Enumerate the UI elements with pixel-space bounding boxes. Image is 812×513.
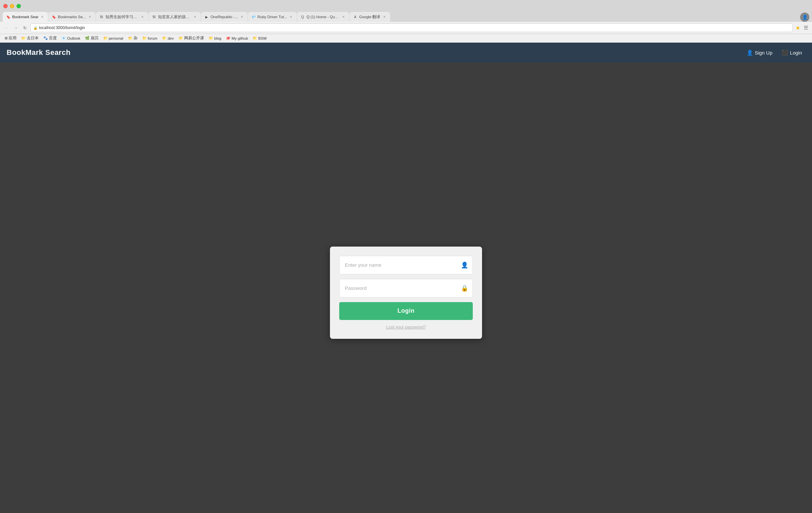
bookmark-item[interactable]: 📁personal: [101, 35, 125, 41]
lock-icon: 🔒: [33, 26, 37, 30]
bookmark-item[interactable]: 📧Outlook: [59, 35, 82, 41]
bookmark-label: personal: [109, 36, 123, 40]
tab-favicon: Q: [300, 14, 305, 19]
tab-title: Bookmarks Se...: [58, 15, 86, 19]
bookmark-label: BSM: [258, 36, 266, 40]
tab-favicon: 🔖: [6, 14, 10, 19]
bookmark-favicon: 📁: [209, 36, 213, 40]
username-input[interactable]: [339, 256, 473, 274]
bookmark-label: 应用: [8, 36, 17, 41]
browser-tab-tab1[interactable]: 🔖 Bookmark Sear ✕: [3, 12, 48, 22]
tab-title: Ruby Driver Tut...: [258, 15, 287, 19]
login-submit-button[interactable]: Login: [339, 302, 473, 320]
page-content: 👤 🔒 Login Lost your password?: [0, 62, 812, 513]
bookmark-item[interactable]: 📁dev: [160, 35, 176, 41]
title-bar: [0, 0, 812, 12]
bookmark-item[interactable]: 📁blog: [207, 35, 224, 41]
browser-tab-tab5[interactable]: ▶ OneRepublic -... ✕: [201, 12, 248, 22]
tab-close-button[interactable]: ✕: [240, 14, 244, 19]
bookmark-label: My github: [231, 36, 248, 40]
browser-tab-tab8[interactable]: A Google 翻译 ✕: [349, 12, 390, 22]
bookmark-item[interactable]: 📁BSM: [251, 35, 268, 41]
browser-tab-tab2[interactable]: 🔖 Bookmarks Se... ✕: [48, 12, 95, 22]
address-bar: ← → ↻ 🔒 localhost:3000/bsm#/login ★ ☰: [0, 22, 812, 34]
signup-label: Sign Up: [755, 50, 772, 56]
browser-tab-tab4[interactable]: 知 知贫富人家的孩子... ✕: [148, 12, 201, 22]
login-nav-label: Login: [790, 50, 802, 56]
url-bar[interactable]: 🔒 localhost:3000/bsm#/login: [30, 24, 793, 32]
browser-tab-tab7[interactable]: Q Q (1) Home - Quo... ✕: [297, 12, 349, 22]
login-nav-icon: ⬛: [782, 50, 788, 56]
tab-close-button[interactable]: ✕: [382, 14, 387, 19]
bookmark-favicon: 📁: [103, 36, 108, 40]
bookmark-label: dev: [168, 36, 174, 40]
bookmark-favicon: 📧: [61, 36, 66, 40]
maximize-button[interactable]: [17, 4, 21, 8]
bookmark-star-icon[interactable]: ★: [795, 25, 800, 31]
bookmark-label: blog: [214, 36, 222, 40]
bookmark-item[interactable]: 📁forum: [140, 35, 160, 41]
tab-title: OneRepublic -...: [211, 15, 238, 19]
bookmark-label: Outlook: [67, 36, 80, 40]
close-button[interactable]: [3, 4, 8, 8]
tab-close-button[interactable]: ✕: [289, 14, 293, 19]
bookmark-favicon: 📁: [162, 36, 167, 40]
login-button-label: Login: [398, 307, 414, 314]
bookmark-item[interactable]: 📁杂: [126, 35, 140, 41]
signup-icon: 👤: [747, 50, 753, 56]
lock-field-icon: 🔒: [461, 284, 468, 292]
bookmark-favicon: 📁: [253, 36, 257, 40]
profile-avatar[interactable]: 👤: [800, 12, 809, 22]
minimize-button[interactable]: [10, 4, 14, 8]
tab-favicon: 🔖: [52, 14, 56, 19]
bookmark-favicon: 📁: [128, 36, 133, 40]
signup-button[interactable]: 👤 Sign Up: [743, 48, 776, 58]
bookmark-item[interactable]: 🐙My github: [224, 35, 250, 41]
bookmark-favicon: 📁: [178, 36, 183, 40]
browser-tab-tab3[interactable]: 知 知男生如何学习服... ✕: [96, 12, 148, 22]
bookmark-item[interactable]: 📁网易公开课: [177, 35, 206, 41]
bookmark-label: 去日本: [27, 36, 39, 41]
bookmark-item[interactable]: 🐾百度: [41, 35, 59, 41]
password-input[interactable]: [339, 279, 473, 298]
tab-favicon: 💎: [251, 14, 256, 19]
bookmark-label: 杂: [134, 36, 138, 41]
tabs-bar: 🔖 Bookmark Sear ✕ 🔖 Bookmarks Se... ✕ 知 …: [0, 12, 812, 22]
bookmark-item[interactable]: 🌿扇贝: [83, 35, 100, 41]
tab-close-button[interactable]: ✕: [193, 14, 197, 19]
browser-tab-tab6[interactable]: 💎 Ruby Driver Tut... ✕: [248, 12, 296, 22]
tab-title: Google 翻译: [359, 14, 380, 20]
app-header: BookMark Search 👤 Sign Up ⬛ Login: [0, 43, 812, 62]
reload-button[interactable]: ↻: [21, 24, 28, 31]
back-button[interactable]: ←: [3, 24, 10, 31]
browser-menu-button[interactable]: ☰: [802, 24, 809, 31]
forgot-password-link[interactable]: Lost your password?: [339, 325, 473, 330]
browser-chrome: 🔖 Bookmark Sear ✕ 🔖 Bookmarks Se... ✕ 知 …: [0, 0, 812, 43]
bookmark-item[interactable]: 📁去日本: [19, 35, 41, 41]
forward-button[interactable]: →: [12, 24, 19, 31]
tab-favicon: ▶: [204, 14, 209, 19]
forgot-password-label: Lost your password?: [386, 325, 426, 330]
tab-close-button[interactable]: ✕: [140, 14, 145, 19]
tab-close-button[interactable]: ✕: [341, 14, 346, 19]
tab-favicon: 知: [152, 14, 156, 19]
bookmark-label: 扇贝: [91, 36, 98, 41]
login-nav-button[interactable]: ⬛ Login: [778, 48, 805, 58]
app-logo: BookMark Search: [7, 48, 70, 57]
tab-title: Q (1) Home - Quo...: [307, 15, 340, 19]
password-field: 🔒: [339, 279, 473, 298]
traffic-lights: [3, 4, 21, 8]
bookmark-favicon: 🐾: [43, 36, 48, 40]
header-actions: 👤 Sign Up ⬛ Login: [743, 48, 805, 58]
bookmark-item[interactable]: ⊞应用: [3, 35, 19, 41]
bookmark-favicon: 🐙: [226, 36, 230, 40]
bookmark-label: 百度: [49, 36, 57, 41]
bookmark-favicon: 📁: [21, 36, 26, 40]
bookmark-favicon: 📁: [142, 36, 147, 40]
tab-close-button[interactable]: ✕: [88, 14, 92, 19]
bookmark-favicon: 🌿: [85, 36, 90, 40]
tab-close-button[interactable]: ✕: [40, 14, 45, 19]
bookmark-label: forum: [148, 36, 157, 40]
tab-title: 知贫富人家的孩子...: [158, 14, 191, 20]
tab-favicon: 知: [99, 14, 104, 19]
